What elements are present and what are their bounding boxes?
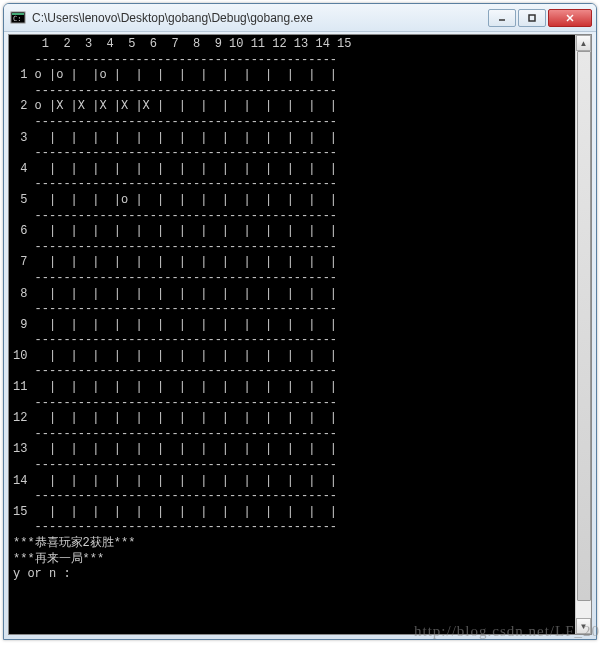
maximize-icon [527, 13, 537, 23]
console-output[interactable]: 1 2 3 4 5 6 7 8 9 10 11 12 13 14 15 ----… [9, 35, 575, 634]
scrollbar-vertical[interactable]: ▲ ▼ [575, 35, 591, 634]
svg-rect-4 [529, 15, 535, 21]
svg-text:C:: C: [13, 15, 21, 23]
minimize-button[interactable] [488, 9, 516, 27]
watermark-text: http://blog.csdn.net/LF_20 [414, 623, 600, 640]
minimize-icon [497, 13, 507, 23]
close-icon [565, 13, 575, 23]
close-button[interactable] [548, 9, 592, 27]
app-icon: C: [10, 10, 26, 26]
titlebar[interactable]: C: C:\Users\lenovo\Desktop\gobang\Debug\… [4, 4, 596, 32]
window-title: C:\Users\lenovo\Desktop\gobang\Debug\gob… [32, 11, 486, 25]
scroll-thumb[interactable] [577, 51, 591, 601]
window-buttons [486, 9, 592, 27]
app-window: C: C:\Users\lenovo\Desktop\gobang\Debug\… [3, 3, 597, 640]
maximize-button[interactable] [518, 9, 546, 27]
scroll-up-button[interactable]: ▲ [576, 35, 591, 51]
console-frame: 1 2 3 4 5 6 7 8 9 10 11 12 13 14 15 ----… [8, 34, 592, 635]
